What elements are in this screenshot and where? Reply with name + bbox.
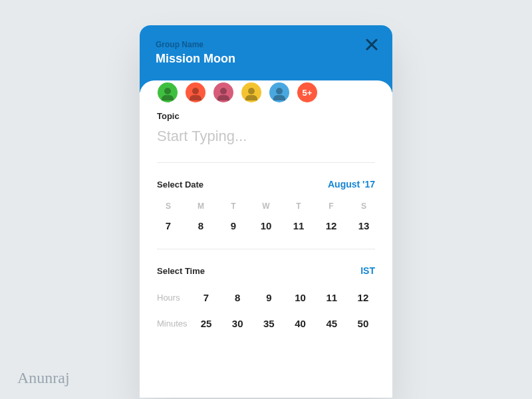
group-name: Mission Moon (156, 52, 376, 66)
author-signature: Anunraj (17, 369, 70, 387)
date-option[interactable]: 8 (192, 220, 209, 231)
date-row: 7 8 9 10 11 12 13 (157, 220, 375, 249)
date-option[interactable]: 13 (355, 220, 372, 231)
hour-option[interactable]: 10 (291, 292, 310, 303)
weekday: W (257, 201, 275, 211)
avatar[interactable] (239, 80, 263, 104)
date-option[interactable]: 7 (160, 220, 177, 231)
weekday: S (160, 201, 177, 211)
weekday-row: S M T W T F S (157, 201, 375, 220)
avatar[interactable] (267, 80, 291, 104)
meeting-create-card: Group Name Mission Moon 5+ Topic Select … (140, 25, 392, 398)
avatar[interactable] (211, 80, 235, 104)
hour-option[interactable]: 8 (228, 292, 247, 303)
hour-option[interactable]: 7 (197, 292, 215, 303)
minute-option[interactable]: 35 (259, 318, 278, 329)
minute-option[interactable]: 40 (291, 318, 310, 329)
month-selector[interactable]: August '17 (328, 179, 375, 190)
date-option[interactable]: 9 (225, 220, 242, 231)
weekday: T (290, 201, 307, 211)
date-option[interactable]: 11 (290, 220, 307, 231)
topic-label: Topic (157, 111, 375, 121)
minutes-label: Minutes (157, 319, 197, 329)
weekday: M (192, 201, 209, 211)
hours-row: 7 8 9 10 11 12 (197, 292, 375, 303)
hour-option[interactable]: 9 (259, 292, 278, 303)
select-date-label: Select Date (157, 180, 203, 190)
date-option[interactable]: 10 (257, 220, 275, 231)
hour-option[interactable]: 11 (323, 292, 341, 303)
avatar-overflow-badge[interactable]: 5+ (295, 80, 319, 104)
group-label: Group Name (156, 40, 376, 49)
minute-option[interactable]: 45 (323, 318, 341, 329)
weekday: S (355, 201, 372, 211)
avatar[interactable] (156, 80, 180, 104)
hour-option[interactable]: 12 (354, 292, 372, 303)
weekday: T (225, 201, 242, 211)
date-option[interactable]: 12 (323, 220, 340, 231)
hours-label: Hours (157, 293, 197, 303)
minute-option[interactable]: 30 (228, 318, 247, 329)
topic-input[interactable] (157, 121, 375, 162)
avatar-row: 5+ (156, 80, 319, 104)
close-icon (366, 39, 378, 51)
minute-option[interactable]: 50 (354, 318, 372, 329)
select-time-label: Select Time (157, 266, 205, 276)
timezone-selector[interactable]: IST (360, 265, 375, 276)
card-body: Topic Select Date August '17 S M T W T F… (140, 80, 392, 340)
minute-option[interactable]: 25 (197, 318, 215, 329)
avatar[interactable] (184, 80, 207, 104)
weekday: F (323, 201, 340, 211)
minutes-row: 25 30 35 40 45 50 (197, 318, 375, 329)
close-button[interactable] (366, 39, 378, 51)
